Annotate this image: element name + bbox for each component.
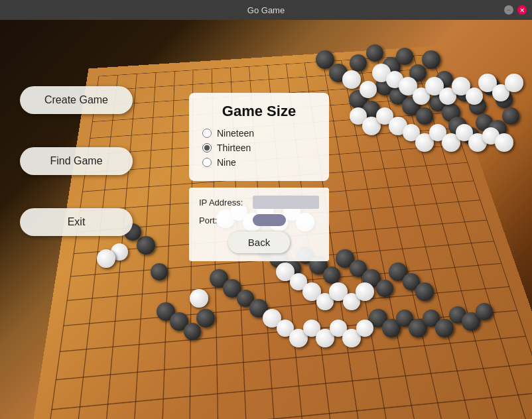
go-stone xyxy=(505,74,523,92)
titlebar-controls: – ✕ xyxy=(504,5,527,15)
go-stone xyxy=(190,289,208,308)
left-panel: Create Game Find Game Exit xyxy=(20,86,133,236)
go-stone xyxy=(422,50,440,69)
go-stone xyxy=(342,70,361,89)
game-size-radio-group: Nineteen Thirteen Nine xyxy=(202,128,316,168)
close-button[interactable]: ✕ xyxy=(517,5,527,15)
go-stone xyxy=(360,81,377,98)
radio-label-nine: Nine xyxy=(217,157,236,168)
port-label: Port: xyxy=(199,215,249,225)
go-stone xyxy=(196,309,215,328)
radio-label-nineteen: Nineteen xyxy=(217,128,254,139)
go-stone xyxy=(184,323,201,340)
go-stone xyxy=(137,236,155,255)
radio-thirteen[interactable] xyxy=(202,143,212,152)
titlebar: Go Game – ✕ xyxy=(0,0,532,20)
go-stone xyxy=(396,48,413,65)
go-stone xyxy=(350,54,367,72)
exit-button[interactable]: Exit xyxy=(20,208,133,236)
radio-item-nineteen[interactable]: Nineteen xyxy=(202,128,316,139)
go-stone xyxy=(495,133,513,152)
ip-label: IP Address: xyxy=(199,198,249,208)
go-stone xyxy=(476,303,493,320)
port-input[interactable] xyxy=(253,214,286,226)
radio-item-nine[interactable]: Nine xyxy=(202,157,316,168)
go-stone xyxy=(435,319,454,337)
go-stone xyxy=(356,282,374,301)
go-stone xyxy=(415,282,434,301)
port-field-row: Port: xyxy=(199,214,319,226)
go-stone xyxy=(466,88,483,105)
game-size-panel: Game Size Nineteen Thirteen Nine xyxy=(189,93,329,181)
window-title: Go Game xyxy=(247,5,285,15)
go-stone xyxy=(502,107,519,125)
find-game-button[interactable]: Find Game xyxy=(20,147,133,175)
back-button[interactable]: Back xyxy=(228,231,290,253)
go-stone xyxy=(323,267,340,284)
go-stone xyxy=(416,107,433,125)
create-game-button[interactable]: Create Game xyxy=(20,86,133,114)
ip-address-input[interactable] xyxy=(253,196,319,209)
game-size-title: Game Size xyxy=(202,103,316,120)
find-game-panel: IP Address: Port: Back xyxy=(189,188,329,261)
go-stone xyxy=(97,249,115,268)
go-stone xyxy=(366,44,383,62)
radio-item-thirteen[interactable]: Thirteen xyxy=(202,143,316,153)
ip-field-row: IP Address: xyxy=(199,196,319,209)
minimize-button[interactable]: – xyxy=(504,5,513,15)
right-panel: Game Size Nineteen Thirteen Nine IP Ad xyxy=(189,93,329,261)
go-stone xyxy=(356,320,373,337)
go-stone xyxy=(151,263,168,280)
radio-nineteen[interactable] xyxy=(202,129,212,138)
go-stone xyxy=(376,280,393,297)
radio-label-thirteen: Thirteen xyxy=(217,143,251,153)
radio-nine[interactable] xyxy=(202,158,212,167)
